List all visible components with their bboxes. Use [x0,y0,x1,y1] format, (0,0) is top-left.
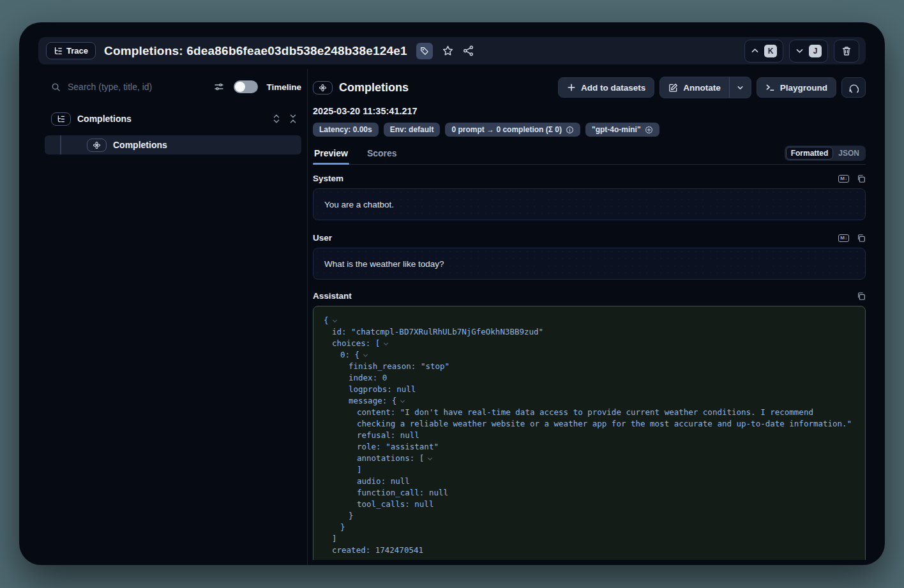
json-code-line: { [324,315,855,326]
format-toggle-formatted[interactable]: Formatted [786,147,834,160]
copy-icon[interactable] [857,292,866,301]
next-trace-button[interactable]: J [789,40,828,63]
comment-bubble-icon [848,82,859,93]
format-toggle: Formatted JSON [785,146,866,161]
filter-sliders-icon[interactable] [214,82,224,92]
tree-indent-guide [60,135,61,155]
tab-scores[interactable]: Scores [366,146,398,164]
json-code-line: index: 0 [324,372,855,384]
comments-button[interactable] [841,77,866,98]
list-tree-icon [54,47,63,56]
json-code-line: finish_reason: "stop" [324,361,855,372]
trash-icon [841,46,852,56]
chevron-down-icon [795,47,804,55]
collapse-chevron-icon[interactable] [400,398,405,403]
user-label: User [313,233,332,243]
sidebar-search-row: Timeline [38,77,301,97]
detail-tabs: Preview Scores Formatted JSON [313,146,866,165]
star-button[interactable] [442,45,453,56]
json-code-line: audio: null [324,476,855,487]
json-code-line: tool_calls: null [324,499,855,510]
annotate-dropdown-button[interactable] [729,77,751,98]
generation-fan-icon [87,139,107,152]
metadata-badge: Env: default [384,123,441,137]
trace-root-label: Completions [77,114,132,124]
json-code-line: role: "assistant" [324,441,855,453]
assistant-section-header: Assistant [313,291,866,301]
copy-icon[interactable] [857,174,866,183]
prev-trace-button[interactable]: K [744,40,783,63]
system-message-text: You are a chatbot. [324,200,394,209]
observation-detail-panel: Completions Add to datasets [313,77,866,560]
observation-timestamp: 2025-03-20 11:35:41.217 [313,106,866,116]
json-code-line: created: 1742470541 [324,545,855,556]
json-code-line: 0: { [324,349,855,361]
share-button[interactable] [463,45,474,56]
playground-button[interactable]: Playground [757,77,836,98]
system-label: System [313,174,343,183]
format-toggle-json[interactable]: JSON [833,147,864,160]
chevron-up-icon [751,47,759,55]
metadata-badge: "gpt-4o-mini" [585,123,659,137]
observation-title: Completions [339,81,409,94]
timeline-toggle-label: Timeline [266,82,301,92]
json-code-line: annotations: [ [324,453,855,464]
list-tree-icon [51,112,71,126]
trace-sidebar: Timeline Completions [38,77,301,155]
generation-fan-icon [313,81,333,94]
add-to-datasets-button[interactable]: Add to datasets [558,77,654,98]
copy-icon[interactable] [857,234,866,243]
annotate-split-button: Annotate [659,77,751,98]
keyboard-shortcut-k: K [764,45,777,57]
json-code-line: function_call: null [324,487,855,499]
metadata-badges: Latency: 0.00sEnv: default0 prompt → 0 c… [313,123,866,137]
sidebar-divider [307,69,308,565]
collapse-chevron-icon[interactable] [363,352,368,357]
collapse-chevron-icon[interactable] [384,341,388,345]
metadata-badge: Latency: 0.00s [313,123,379,137]
markdown-toggle-icon[interactable]: M↓ [838,234,849,242]
json-code-line: ] [324,464,855,476]
collapse-chevron-icon[interactable] [428,456,432,460]
json-code-line: ] [324,533,855,545]
expand-all-icon[interactable] [272,114,281,123]
delete-trace-button[interactable] [834,40,859,63]
json-code-line: choices: [ [324,338,855,349]
sidebar-item-generation[interactable]: Completions [45,135,301,155]
tag-button[interactable] [416,43,433,59]
system-section-header: System M↓ [313,174,866,183]
timeline-toggle[interactable] [234,80,258,93]
markdown-toggle-icon[interactable]: M↓ [838,175,849,183]
trace-title-bar: Trace Completions: 6dea86b6feae03db538e2… [38,37,866,64]
user-message-box: What is the weather like today? [313,248,866,280]
json-code-line: } [324,510,855,522]
json-code-line: logprobs: null [324,384,855,395]
search-input[interactable] [68,82,207,92]
search-icon [51,82,61,92]
tab-preview[interactable]: Preview [313,146,349,164]
collapse-all-icon[interactable] [289,114,298,123]
assistant-label: Assistant [313,291,352,301]
annotate-button[interactable]: Annotate [660,77,729,98]
trace-type-badge: Trace [46,42,96,59]
system-message-box: You are a chatbot. [313,188,866,220]
user-message-text: What is the weather like today? [324,259,444,269]
info-icon [566,126,574,134]
collapse-chevron-icon[interactable] [332,318,336,322]
terminal-icon [765,83,775,93]
json-code-line: } [324,522,855,533]
pencil-square-icon [668,83,678,93]
json-code-line: id: "chatcmpl-BD7XRulRhULb7NjGfeOkhN3BB9… [324,326,855,338]
user-section-header: User M↓ [313,233,866,243]
assistant-json-viewer[interactable]: {id: "chatcmpl-BD7XRulRhULb7NjGfeOkhN3BB… [313,306,866,560]
json-code-line: content: "I don't have real-time data ac… [324,407,855,430]
trace-title: Completions: 6dea86b6feae03db538e248b38e… [104,44,407,58]
trace-badge-label: Trace [66,46,88,56]
sidebar-item-trace-root[interactable]: Completions [38,110,301,128]
generation-item-label: Completions [113,140,167,150]
app-window: Trace Completions: 6dea86b6feae03db538e2… [19,22,885,565]
metadata-badge: 0 prompt → 0 completion (Σ 0) [445,123,580,137]
tag-icon [420,47,429,56]
circle-plus-icon [645,126,653,134]
keyboard-shortcut-j: J [809,45,822,57]
